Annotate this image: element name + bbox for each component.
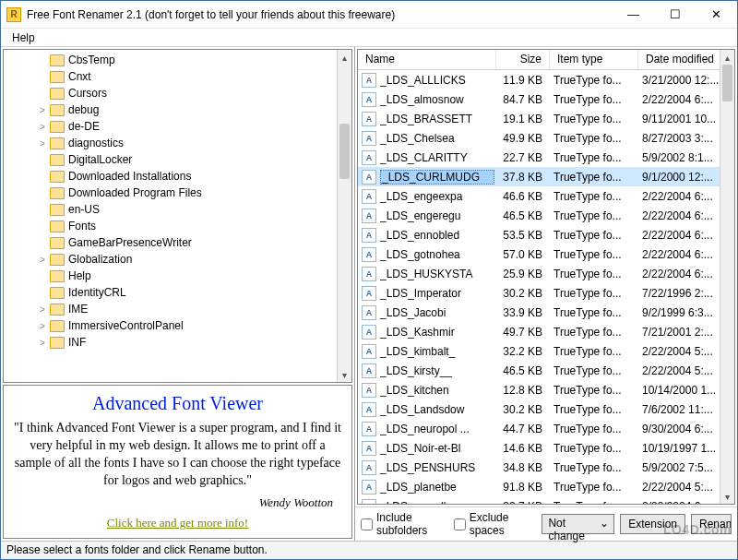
file-row[interactable]: _LDS_neuropol ...44.7 KBTrueType fo...9/… [358, 419, 720, 438]
close-button[interactable]: ✕ [696, 1, 737, 28]
tree-item[interactable]: DigitalLocker [4, 151, 351, 168]
file-date: 5/9/2002 7:5... [637, 461, 720, 474]
file-row[interactable]: _LDS_engeexpa46.6 KBTrueType fo...2/22/2… [358, 186, 720, 206]
tree-item[interactable]: >debug [4, 101, 351, 118]
list-scrollbar[interactable]: ▴ ▾ [720, 50, 734, 504]
file-row[interactable]: _LDS_Chelsea49.9 KBTrueType fo...8/27/20… [358, 128, 720, 148]
file-size: 84.7 KB [494, 93, 548, 106]
tree-item[interactable]: Downloaded Installations [4, 168, 351, 185]
scroll-up-icon[interactable]: ▴ [720, 50, 734, 65]
file-row[interactable]: _LDS_almosnow84.7 KBTrueType fo...2/22/2… [358, 89, 720, 109]
font-file-icon [362, 73, 376, 88]
maximize-button[interactable]: ☐ [654, 1, 696, 28]
scroll-thumb[interactable] [339, 124, 350, 179]
file-name: _LDS_Jacobi [380, 306, 494, 319]
file-row[interactable]: _LDS_engeregu46.5 KBTrueType fo...2/22/2… [358, 206, 720, 225]
file-row[interactable]: _LDS_kirsty__46.5 KBTrueType fo...2/22/2… [358, 361, 720, 380]
promo-title: Advanced Font Viewer [13, 393, 342, 414]
file-size: 91.8 KB [494, 481, 548, 494]
expand-icon[interactable]: > [37, 337, 48, 348]
folder-icon [50, 237, 65, 249]
scroll-down-icon[interactable]: ▾ [338, 367, 351, 382]
file-date: 2/22/2004 6:... [637, 93, 720, 106]
file-row[interactable]: _LDS_Noir-et-Bl14.6 KBTrueType fo...10/1… [358, 438, 720, 458]
file-date: 2/22/2004 6:... [637, 248, 720, 261]
scroll-down-icon[interactable]: ▾ [720, 489, 734, 504]
tree-item[interactable]: Fonts [4, 218, 351, 234]
case-combo[interactable]: Not change [542, 514, 614, 534]
tree-item[interactable]: en-US [4, 201, 351, 218]
font-file-icon [362, 112, 376, 126]
tree-item-label: Downloaded Installations [68, 170, 191, 183]
col-name[interactable]: Name [358, 50, 496, 69]
tree-item[interactable]: >diagnostics [4, 135, 351, 151]
file-name: _LDS_engeexpa [380, 190, 494, 203]
file-row[interactable]: _LDS_kitchen12.8 KBTrueType fo...10/14/2… [358, 380, 720, 399]
file-type: TrueType fo... [548, 306, 637, 319]
tree-item[interactable]: Help [4, 268, 351, 284]
col-size[interactable]: Size [496, 50, 550, 69]
tree-item[interactable]: >INF [4, 334, 351, 351]
file-list[interactable]: Name Size Item type Date modified _LDS_A… [357, 49, 735, 505]
tree-item[interactable]: GameBarPresenceWriter [4, 234, 351, 251]
file-date: 2/22/2004 5:... [637, 345, 720, 358]
tree-item[interactable]: Cursors [4, 85, 351, 101]
expand-icon[interactable]: > [37, 254, 48, 265]
file-date: 9/11/2001 10... [637, 113, 720, 125]
titlebar: R Free Font Renamer 2.1 (don't forget to… [1, 1, 737, 29]
font-file-icon [362, 344, 376, 359]
file-row[interactable]: _LDS_ennobled53.5 KBTrueType fo...2/22/2… [358, 225, 720, 244]
expand-icon[interactable]: > [37, 304, 48, 315]
folder-icon [50, 287, 65, 299]
file-row[interactable]: _LDS_CLARITTY22.7 KBTrueType fo...5/9/20… [358, 148, 720, 167]
tree-item[interactable]: Downloaded Program Files [4, 185, 351, 201]
scroll-up-icon[interactable]: ▴ [338, 50, 351, 65]
file-row[interactable]: _LDS_Kashmir49.7 KBTrueType fo...7/21/20… [358, 322, 720, 341]
scroll-thumb[interactable] [722, 65, 732, 101]
file-row[interactable]: _LDS_kimbalt_32.2 KBTrueType fo...2/22/2… [358, 341, 720, 361]
font-file-icon [362, 92, 376, 107]
include-subfolders-checkbox[interactable]: Include subfolders [361, 511, 448, 537]
tree-item[interactable]: IdentityCRL [4, 284, 351, 301]
file-type: TrueType fo... [548, 345, 637, 358]
expand-icon[interactable]: > [37, 121, 48, 132]
folder-icon [50, 88, 65, 100]
file-row[interactable]: _LDS_ALLLICKS11.9 KBTrueType fo...3/21/2… [358, 70, 720, 89]
minimize-button[interactable]: — [613, 1, 654, 28]
folder-tree[interactable]: CbsTempCnxtCursors>debug>de-DE>diagnosti… [3, 49, 352, 383]
expand-icon[interactable]: > [37, 104, 48, 115]
tree-item[interactable]: >ImmersiveControlPanel [4, 317, 351, 334]
file-type: TrueType fo... [548, 248, 637, 261]
tree-item[interactable]: >Globalization [4, 251, 351, 268]
include-subfolders-input[interactable] [361, 518, 373, 530]
file-row[interactable]: _LDS_gotnohea57.0 KBTrueType fo...2/22/2… [358, 244, 720, 264]
file-row[interactable]: _LDS_BRASSETT19.1 KBTrueType fo...9/11/2… [358, 109, 720, 128]
file-row[interactable]: _LDS_Jacobi33.9 KBTrueType fo...9/2/1999… [358, 303, 720, 322]
file-size: 49.9 KB [494, 132, 548, 145]
tree-item[interactable]: >IME [4, 301, 351, 317]
expand-icon[interactable]: > [37, 137, 48, 149]
menu-help[interactable]: Help [6, 30, 41, 46]
file-row[interactable]: _LDS_Imperator30.2 KBTrueType fo...7/22/… [358, 283, 720, 303]
tree-scrollbar[interactable]: ▴ ▾ [337, 50, 351, 382]
col-type[interactable]: Item type [550, 50, 638, 69]
tree-item[interactable]: Cnxt [4, 68, 351, 85]
file-row[interactable]: _LDS_CURLMUDG37.8 KBTrueType fo...9/1/20… [358, 167, 720, 186]
file-row[interactable]: _LDS_Landsdow30.2 KBTrueType fo...7/6/20… [358, 399, 720, 419]
expand-icon[interactable]: > [37, 320, 48, 331]
file-type: TrueType fo... [548, 209, 637, 222]
promo-link[interactable]: Click here and get more info! [107, 516, 248, 530]
rename-button[interactable]: Rename [691, 514, 732, 534]
file-row[interactable]: _LDS_planetbe91.8 KBTrueType fo...2/22/2… [358, 477, 720, 496]
file-row[interactable]: _LDS_savedbyz33.7 KBTrueType fo...2/22/2… [358, 496, 720, 504]
exclude-spaces-input[interactable] [454, 518, 466, 530]
list-header[interactable]: Name Size Item type Date modified [358, 50, 734, 70]
tree-item[interactable]: CbsTemp [4, 52, 351, 68]
font-file-icon [362, 247, 376, 262]
tree-item[interactable]: >de-DE [4, 118, 351, 135]
extension-button[interactable]: Extension [620, 514, 685, 534]
file-size: 49.7 KB [494, 326, 548, 339]
file-row[interactable]: _LDS_HUSKYSTA25.9 KBTrueType fo...2/22/2… [358, 264, 720, 283]
file-row[interactable]: _LDS_PENSHURS34.8 KBTrueType fo...5/9/20… [358, 458, 720, 477]
exclude-spaces-checkbox[interactable]: Exclude spaces [454, 511, 531, 537]
